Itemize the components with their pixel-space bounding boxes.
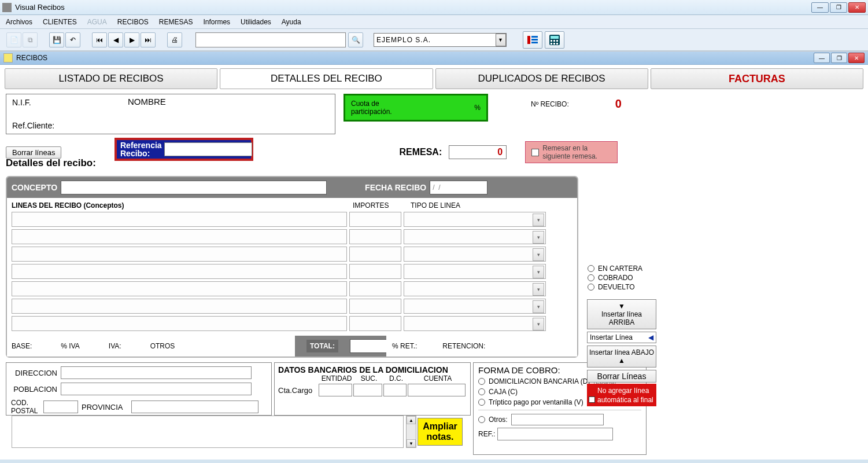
- insertar-linea-button[interactable]: Insertar Línea◀: [587, 332, 656, 343]
- line-tipo-select[interactable]: [404, 229, 546, 244]
- line-importe-input[interactable]: [349, 229, 401, 244]
- menu-remesas[interactable]: REMESAS: [159, 18, 193, 26]
- line-tipo-select[interactable]: [404, 281, 546, 296]
- poblacion-input[interactable]: [61, 383, 252, 395]
- no-agregar-checkbox[interactable]: [589, 396, 595, 403]
- line-importe-input[interactable]: [349, 281, 401, 296]
- iva-label: IVA:: [109, 342, 121, 350]
- app-icon: [2, 3, 12, 12]
- bank-dc-input[interactable]: [383, 384, 407, 396]
- line-tipo-select[interactable]: [404, 247, 546, 262]
- notes-textarea[interactable]: [12, 416, 404, 448]
- next-button[interactable]: ▶: [124, 32, 139, 47]
- line-importe-input[interactable]: [349, 316, 401, 331]
- line-concept-input[interactable]: [12, 229, 347, 244]
- svg-rect-2: [531, 39, 538, 41]
- fecha-recibo-input[interactable]: [430, 181, 487, 194]
- radio-en-cartera[interactable]: EN CARTERA: [588, 264, 656, 273]
- line-importe-input[interactable]: [349, 212, 401, 227]
- line-concept-input[interactable]: [12, 247, 347, 262]
- borrar-lineas-button-2[interactable]: Borrar Líneas: [587, 370, 656, 383]
- company-select[interactable]: EJEMPLO S.A. ▼: [374, 33, 507, 47]
- svg-rect-6: [551, 40, 552, 42]
- list-view-button[interactable]: [523, 31, 542, 49]
- tab-duplicados[interactable]: DUPLICADOS DE RECIBOS: [435, 68, 648, 89]
- scroll-track[interactable]: [407, 424, 416, 439]
- direccion-input[interactable]: [61, 366, 252, 379]
- menu-utilidades[interactable]: Utilidades: [241, 18, 271, 26]
- line-importe-input[interactable]: [349, 247, 401, 262]
- cobro-ref-input[interactable]: [497, 428, 613, 440]
- close-button[interactable]: ✕: [848, 2, 866, 13]
- notes-scrollbar[interactable]: ▲ ▼: [406, 416, 416, 448]
- line-tipo-select[interactable]: [404, 212, 546, 227]
- first-button[interactable]: ⏮: [92, 32, 107, 47]
- line-tipo-select[interactable]: [404, 316, 546, 331]
- nrecibo-label: Nº RECIBO:: [531, 100, 569, 108]
- minimize-button[interactable]: —: [811, 2, 829, 13]
- maximize-button[interactable]: ❐: [830, 2, 847, 13]
- svg-rect-0: [527, 36, 530, 44]
- line-concept-input[interactable]: [12, 212, 347, 227]
- tab-facturas[interactable]: FACTURAS: [651, 68, 863, 89]
- undo-button[interactable]: ↶: [65, 32, 80, 47]
- cobro-otros-input[interactable]: [511, 414, 604, 425]
- col-tipo: TIPO DE LINEA: [411, 201, 555, 210]
- nombre-label: NOMBRE: [128, 97, 166, 106]
- menu-recibos[interactable]: RECIBOS: [117, 18, 149, 26]
- menu-ayuda[interactable]: Ayuda: [282, 18, 301, 26]
- remesar-l1: Remesar en la: [542, 144, 597, 152]
- insertar-arriba-button[interactable]: ▼Insertar línea ARRIBA: [587, 299, 656, 329]
- mdi-close-button[interactable]: ✕: [848, 53, 865, 63]
- last-button[interactable]: ⏭: [141, 32, 156, 47]
- line-importe-input[interactable]: [349, 299, 401, 314]
- menu-clientes[interactable]: CLIENTES: [43, 18, 77, 26]
- referencia-recibo-input[interactable]: [164, 142, 252, 156]
- calc-button[interactable]: [545, 31, 564, 49]
- bank-box: DATOS BANCARIOS DE LA DOMICILIACION ENTI…: [274, 362, 471, 416]
- svg-rect-1: [531, 36, 538, 38]
- prev-button[interactable]: ◀: [108, 32, 123, 47]
- search-button[interactable]: 🔍: [348, 32, 363, 47]
- line-tipo-select[interactable]: [404, 299, 546, 314]
- line-concept-input[interactable]: [12, 316, 347, 331]
- mdi-minimize-button[interactable]: —: [814, 53, 830, 63]
- print-button[interactable]: 🖨: [167, 32, 182, 47]
- cuota-line1: Cuota de: [351, 100, 392, 108]
- save-button[interactable]: 💾: [49, 32, 64, 47]
- line-concept-input[interactable]: [12, 281, 347, 296]
- codpostal-input[interactable]: [43, 400, 78, 413]
- chevron-down-icon[interactable]: ▼: [496, 34, 506, 46]
- remesar-siguiente-box[interactable]: Remesar en la siguiente remesa.: [525, 141, 618, 163]
- remesar-checkbox[interactable]: [531, 149, 539, 156]
- search-input[interactable]: [195, 32, 346, 47]
- bank-cuenta-input[interactable]: [408, 384, 466, 396]
- ampliar-notas-button[interactable]: Ampliar notas.: [418, 418, 463, 446]
- provincia-input[interactable]: [131, 400, 258, 413]
- cobro-otros[interactable]: Otros:: [478, 414, 641, 425]
- remesar-l2: siguiente remesa.: [542, 152, 597, 160]
- col-lineas: LINEAS DEL RECIBO (Conceptos): [12, 201, 347, 210]
- menu-archivos[interactable]: Archivos: [6, 18, 32, 26]
- scroll-up-icon[interactable]: ▲: [407, 416, 416, 424]
- radio-devuelto[interactable]: DEVUELTO: [588, 283, 656, 291]
- no-agregar-auto-box[interactable]: No agregar línea automática al final: [587, 384, 656, 406]
- bank-cuenta-h: CUENTA: [409, 374, 467, 383]
- insertar-abajo-button[interactable]: Insertar línea ABAJO▲: [587, 346, 656, 368]
- tab-listado[interactable]: LISTADO DE RECIBOS: [5, 68, 217, 89]
- radio-cobrado[interactable]: COBRADO: [588, 274, 656, 282]
- line-tipo-select[interactable]: [404, 264, 546, 279]
- borrar-lineas-button[interactable]: Borrar líneas: [6, 146, 61, 159]
- line-concept-input[interactable]: [12, 299, 347, 314]
- estado-radio-group: EN CARTERA COBRADO DEVUELTO: [587, 264, 656, 291]
- mdi-maximize-button[interactable]: ❐: [831, 53, 847, 63]
- concepto-input[interactable]: [61, 181, 327, 194]
- menu-informes[interactable]: Informes: [203, 18, 230, 26]
- scroll-down-icon[interactable]: ▼: [407, 439, 416, 447]
- svg-rect-5: [551, 36, 559, 39]
- tab-detalles[interactable]: DETALLES DEL RECIBO: [220, 68, 433, 89]
- line-concept-input[interactable]: [12, 264, 347, 279]
- line-importe-input[interactable]: [349, 264, 401, 279]
- bank-entidad-input[interactable]: [319, 384, 352, 396]
- bank-suc-input[interactable]: [353, 384, 382, 396]
